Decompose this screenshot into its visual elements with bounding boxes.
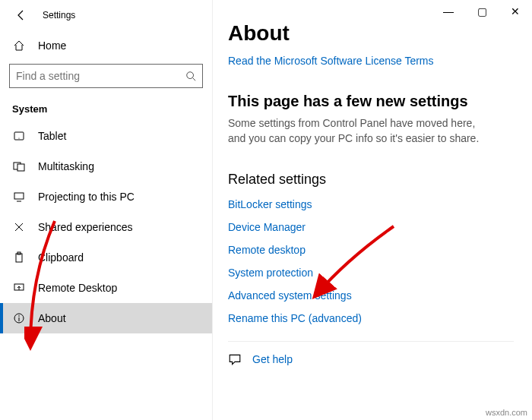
nav-item-projecting[interactable]: Projecting to this PC: [0, 182, 212, 212]
svg-rect-7: [16, 254, 22, 262]
svg-point-3: [18, 137, 19, 138]
svg-point-12: [18, 315, 20, 317]
new-settings-body: Some settings from Control Panel have mo…: [228, 116, 486, 146]
svg-rect-5: [17, 164, 24, 171]
nav-label: About: [38, 312, 66, 324]
related-links: BitLocker settings Device Manager Remote…: [228, 198, 514, 324]
nav-label: Multitasking: [38, 160, 94, 172]
nav-item-clipboard[interactable]: Clipboard: [0, 242, 212, 273]
arrow-left-icon: [15, 9, 27, 21]
home-button[interactable]: Home: [0, 30, 212, 61]
home-label: Home: [38, 39, 66, 52]
clipboard-icon: [12, 251, 26, 264]
link-rename-pc[interactable]: Rename this PC (advanced): [228, 312, 514, 324]
minimize-button[interactable]: —: [432, 0, 465, 23]
link-device-manager[interactable]: Device Manager: [228, 221, 514, 233]
search-icon: [185, 71, 196, 81]
search-box[interactable]: [9, 64, 203, 88]
link-bitlocker[interactable]: BitLocker settings: [228, 198, 514, 210]
content-area: — ▢ ✕ About Read the Microsoft Software …: [213, 0, 532, 420]
projecting-icon: [12, 191, 26, 203]
nav-label: Remote Desktop: [38, 282, 117, 294]
svg-rect-6: [14, 193, 24, 199]
related-heading: Related settings: [228, 172, 514, 188]
link-advanced-system[interactable]: Advanced system settings: [228, 289, 514, 302]
nav-label: Tablet: [38, 130, 66, 142]
get-help-link[interactable]: Get help: [252, 353, 293, 365]
nav-item-about[interactable]: About: [0, 303, 212, 333]
maximize-button[interactable]: ▢: [465, 0, 499, 23]
nav-label: Shared experiences: [38, 221, 133, 233]
multitasking-icon: [12, 160, 26, 172]
link-system-protection[interactable]: System protection: [228, 267, 514, 279]
tablet-icon: [12, 130, 26, 142]
nav-list: Tablet Multitasking Projecting to this P…: [0, 121, 212, 420]
nav-item-multitasking[interactable]: Multitasking: [0, 151, 212, 182]
svg-point-0: [187, 72, 194, 79]
nav-item-remote-desktop[interactable]: Remote Desktop: [0, 273, 212, 303]
section-header: System: [0, 94, 212, 121]
chat-icon: [228, 352, 243, 366]
nav-label: Clipboard: [38, 251, 84, 264]
new-settings-heading: This page has a few new settings: [228, 93, 514, 110]
back-button[interactable]: [6, 0, 36, 30]
window-controls: — ▢ ✕: [432, 0, 532, 23]
search-input[interactable]: [16, 70, 185, 82]
link-remote-desktop[interactable]: Remote desktop: [228, 244, 514, 256]
page-title: About: [228, 21, 514, 46]
license-link[interactable]: Read the Microsoft Software License Term…: [228, 55, 434, 67]
get-help-row[interactable]: Get help: [228, 341, 514, 366]
watermark: wsxdn.com: [486, 408, 527, 417]
sidebar: Settings Home System Tablet Multitasking: [0, 0, 213, 420]
nav-label: Projecting to this PC: [38, 191, 135, 203]
close-button[interactable]: ✕: [499, 0, 532, 23]
info-icon: [12, 312, 26, 324]
home-icon: [12, 39, 26, 52]
shared-icon: [12, 221, 26, 233]
titlebar: Settings: [0, 0, 212, 30]
svg-line-1: [193, 78, 196, 81]
nav-item-tablet[interactable]: Tablet: [0, 121, 212, 151]
remote-desktop-icon: [12, 282, 26, 294]
window-title: Settings: [43, 10, 75, 21]
nav-item-shared[interactable]: Shared experiences: [0, 212, 212, 242]
